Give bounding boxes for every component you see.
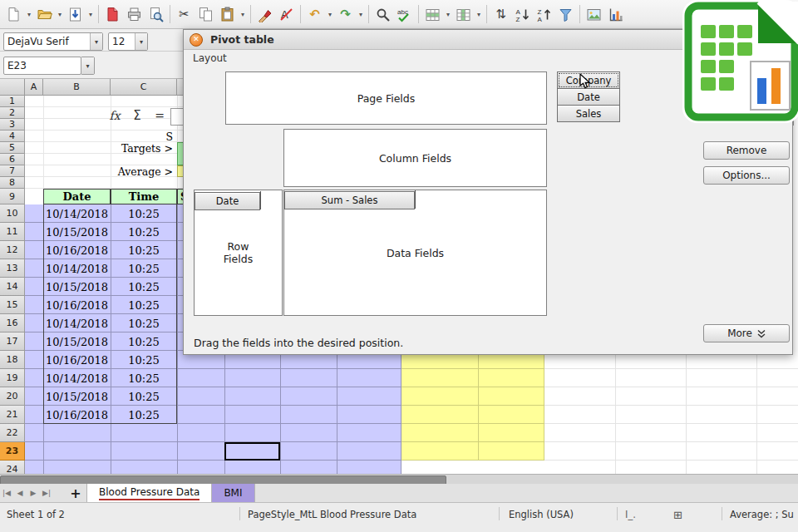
outline-icon[interactable]: ⊞ [673, 509, 682, 521]
column-fields-area[interactable]: Column Fields [283, 129, 547, 187]
date-cell[interactable]: 10/15/2018 [43, 387, 111, 406]
new-dropdown-arrow[interactable]: ▾ [25, 4, 33, 25]
name-box[interactable]: E23 [3, 57, 81, 75]
insert-column-dropdown-arrow[interactable]: ▾ [475, 4, 483, 25]
row-header-14[interactable]: 14 [0, 278, 25, 296]
time-cell[interactable]: 10:25 [111, 406, 177, 424]
save-button[interactable] [65, 4, 86, 25]
empty-cells-region[interactable] [544, 351, 798, 474]
sort-descending-button[interactable]: ZA [534, 4, 554, 25]
targets-label[interactable]: Targets > [111, 142, 175, 154]
add-sheet-button[interactable]: + [65, 484, 86, 502]
row-header-18[interactable]: 18 [0, 351, 25, 369]
time-cell[interactable]: 10:25 [111, 314, 177, 332]
yellow-cells-region[interactable] [401, 351, 544, 461]
row-header-24[interactable]: 24 [0, 461, 25, 474]
row-header-13[interactable]: 13 [0, 259, 25, 278]
header-date[interactable]: Date [43, 189, 111, 204]
average-label[interactable]: Average > [111, 165, 175, 177]
export-pdf-button[interactable] [102, 4, 123, 25]
row-header-10[interactable]: 10 [0, 204, 25, 223]
open-button[interactable] [34, 4, 55, 25]
sort-ascending-button[interactable]: AZ [512, 4, 533, 25]
insert-mode-icon[interactable]: I_. [625, 509, 636, 520]
corner-box[interactable] [0, 79, 25, 96]
row-header-12[interactable]: 12 [0, 241, 25, 259]
sum-button[interactable]: Σ [127, 106, 147, 125]
paste-dropdown-arrow[interactable]: ▾ [239, 4, 247, 25]
row-header-23[interactable]: 23 [0, 442, 25, 461]
row-header-8[interactable]: 8 [0, 177, 25, 189]
row-header-20[interactable]: 20 [0, 387, 25, 406]
insert-row-dropdown-arrow[interactable]: ▾ [444, 4, 452, 25]
time-cell[interactable]: 10:25 [111, 332, 177, 351]
field-date[interactable]: Date [557, 88, 620, 106]
chevron-down-icon[interactable]: ▾ [90, 33, 102, 50]
name-box-dropdown[interactable]: ▾ [81, 57, 95, 75]
date-cell[interactable]: 10/15/2018 [43, 278, 111, 296]
undo-button[interactable]: ↶ [304, 4, 325, 25]
data-field-sum-sales[interactable]: Sum - Sales [284, 191, 415, 209]
date-cell[interactable]: 10/14/2018 [43, 314, 111, 332]
tab-blood-pressure-data[interactable]: Blood Pressure Data [86, 484, 212, 502]
row-header-5[interactable]: 5 [0, 142, 25, 154]
field-sales[interactable]: Sales [557, 105, 620, 122]
prev-sheet-icon[interactable]: ◀ [13, 484, 27, 502]
clear-formatting-button[interactable]: A [276, 4, 297, 25]
page-fields-area[interactable]: Page Fields [225, 71, 547, 125]
tab-bmi[interactable]: BMI [212, 484, 254, 502]
font-size-combo[interactable]: 12 ▾ [108, 32, 148, 51]
new-button[interactable] [3, 4, 24, 25]
row-header-17[interactable]: 17 [0, 332, 25, 351]
date-cell[interactable]: 10/14/2018 [43, 204, 111, 223]
col-header-A[interactable]: A [25, 79, 43, 96]
row-header-16[interactable]: 16 [0, 314, 25, 332]
row-header-4[interactable]: 4 [0, 131, 25, 142]
row-header-19[interactable]: 19 [0, 369, 25, 387]
time-cell[interactable]: 10:25 [111, 278, 177, 296]
time-cell[interactable]: 10:25 [111, 241, 177, 259]
date-cell[interactable]: 10/16/2018 [43, 296, 111, 314]
insert-row-button[interactable] [422, 4, 443, 25]
cut-button[interactable]: ✂ [174, 4, 195, 25]
row-header-15[interactable]: 15 [0, 296, 25, 314]
time-cell[interactable]: 10:25 [111, 204, 177, 223]
insert-image-button[interactable] [584, 4, 604, 25]
remove-button[interactable]: Remove [703, 141, 790, 160]
last-sheet-icon[interactable]: ▶| [40, 484, 53, 502]
row-header-9[interactable]: 9 [0, 189, 25, 204]
date-cell[interactable]: 10/16/2018 [43, 351, 111, 369]
font-name-combo[interactable]: DejaVu Serif ▾ [3, 32, 103, 51]
find-replace-button[interactable] [372, 4, 393, 25]
time-cell[interactable]: 10:25 [111, 296, 177, 314]
copy-button[interactable] [195, 4, 216, 25]
date-cell[interactable]: 10/15/2018 [43, 332, 111, 351]
redo-dropdown-arrow[interactable]: ▾ [357, 4, 365, 25]
insert-column-button[interactable] [453, 4, 474, 25]
time-cell[interactable]: 10:25 [111, 351, 177, 369]
function-wizard-button[interactable]: fx [105, 106, 125, 125]
chevron-down-icon[interactable]: ▾ [135, 33, 147, 50]
date-cell[interactable]: 10/14/2018 [43, 259, 111, 278]
sort-button[interactable]: ⇅ [490, 4, 511, 25]
selected-cell-e23[interactable] [224, 442, 280, 461]
col-header-B[interactable]: B [43, 79, 111, 96]
print-preview-button[interactable] [145, 4, 166, 25]
next-sheet-icon[interactable]: ▶ [27, 484, 40, 502]
date-cell[interactable]: 10/16/2018 [43, 406, 111, 424]
header-time[interactable]: Time [111, 189, 177, 204]
row-header-7[interactable]: 7 [0, 165, 25, 177]
date-cell[interactable]: 10/14/2018 [43, 369, 111, 387]
options-button[interactable]: Options... [703, 166, 790, 185]
open-dropdown-arrow[interactable]: ▾ [56, 4, 64, 25]
row-header-3[interactable]: 3 [0, 119, 25, 131]
save-dropdown-arrow[interactable]: ▾ [86, 4, 95, 25]
clone-formatting-button[interactable] [254, 4, 275, 25]
row-header-22[interactable]: 22 [0, 424, 25, 442]
row-field-date[interactable]: Date [195, 192, 260, 210]
equals-button[interactable]: = [150, 106, 170, 125]
more-button[interactable]: More [703, 324, 790, 342]
redo-button[interactable]: ↷ [335, 4, 356, 25]
time-cell[interactable]: 10:25 [111, 387, 177, 406]
page-style[interactable]: PageStyle_MtL Blood Pressure Data [248, 509, 416, 520]
